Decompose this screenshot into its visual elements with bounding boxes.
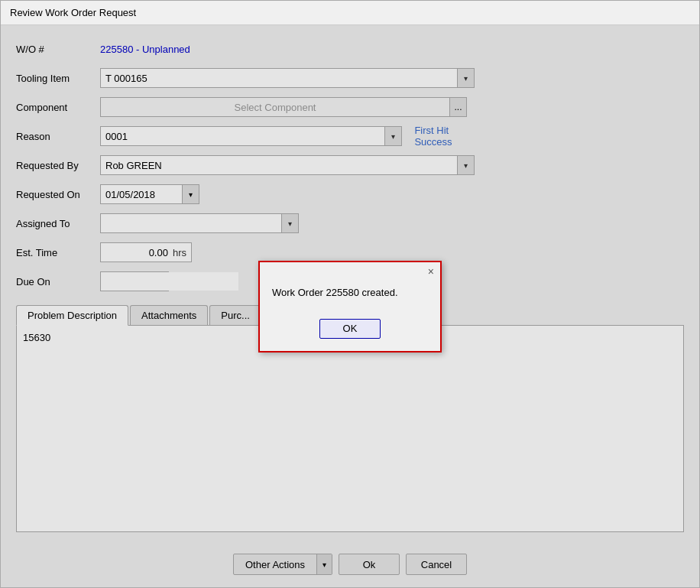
modal-footer: OK [260,319,440,351]
title-bar: Review Work Order Request [1,1,699,25]
modal-dialog: × Work Order 225580 created. OK [258,261,442,352]
modal-overlay: × Work Order 225580 created. OK [1,25,699,587]
modal-header: × [260,262,440,281]
modal-ok-button[interactable]: OK [319,319,381,339]
modal-message: Work Order 225580 created. [272,287,398,298]
modal-body: Work Order 225580 created. [260,281,440,319]
modal-close-button[interactable]: × [426,265,436,278]
window-title: Review Work Order Request [10,7,136,18]
main-window: Review Work Order Request W/O # 225580 -… [0,0,700,588]
